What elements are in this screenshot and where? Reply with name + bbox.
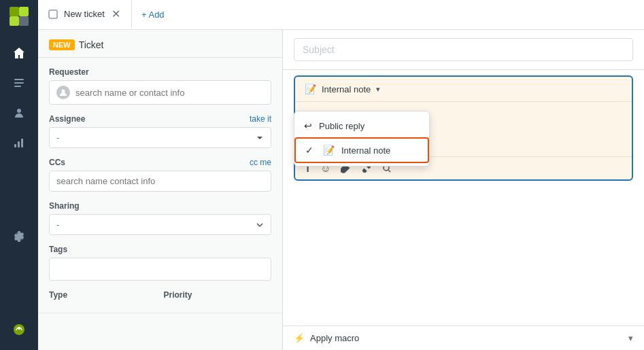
nav-tickets-icon[interactable] [5,69,33,97]
ticket-title-label: Ticket [79,39,104,50]
take-it-link[interactable]: take it [250,114,271,124]
sharing-row: Sharing - [49,201,271,235]
subject-input[interactable] [294,38,633,61]
main-area: New ticket ✕ + Add NEW Ticket Reque [38,0,644,350]
reply-icon: ↩ [304,120,312,131]
svg-rect-10 [21,139,23,147]
svg-point-7 [17,109,21,113]
macro-chevron-icon: ▾ [628,333,633,343]
nav-reports-icon[interactable] [5,129,33,156]
assignee-value: - [56,133,59,143]
cc-me-link[interactable]: cc me [250,158,271,167]
reply-mode-dropdown: ↩ Public reply ✓ 📝 Internal note [294,111,430,167]
sharing-select[interactable]: - [49,214,271,235]
svg-rect-4 [14,79,24,80]
requester-row: Requester [49,67,271,105]
chevron-down-icon: ▾ [376,85,380,94]
nav-agent-icon[interactable] [5,316,33,343]
sharing-label: Sharing [49,201,271,211]
close-tab-button[interactable]: ✕ [110,7,122,21]
new-badge: NEW [49,39,75,50]
ticket-header: NEW Ticket [38,30,282,58]
type-row: Type [49,290,157,303]
svg-rect-13 [49,10,57,18]
requester-input-container[interactable] [49,80,271,105]
apply-macro-label: Apply macro [310,333,359,343]
svg-rect-3 [19,16,29,26]
tags-input[interactable] [49,258,271,281]
left-panel: NEW Ticket Requester [38,30,283,350]
svg-rect-9 [18,141,20,147]
macro-lightning-icon: ⚡ [294,333,305,343]
public-reply-option[interactable]: ↩ Public reply [294,114,429,137]
ccs-search-input[interactable] [56,176,264,186]
requester-avatar [56,86,70,99]
sharing-value: - [56,220,59,230]
tab-label: New ticket [64,9,105,19]
ccs-input-container[interactable] [49,171,271,192]
apply-macro-button[interactable]: ⚡ Apply macro [294,333,359,343]
assignee-row: Assignee take it - [49,114,271,148]
form-section: Requester Assignee take it [38,58,282,313]
subject-bar [283,30,644,70]
priority-label: Priority [164,290,272,300]
tags-row: Tags [49,245,271,281]
right-panel: ↩ Public reply ✓ 📝 Internal note 📝 Inter… [283,30,644,350]
type-priority-row: Type Priority [49,290,271,303]
check-icon: ✓ [305,145,316,156]
nav-settings-icon[interactable] [5,223,33,250]
app-logo [8,5,30,27]
svg-rect-5 [14,82,24,84]
public-reply-label: Public reply [319,121,365,131]
svg-rect-6 [14,86,21,87]
ccs-row: CCs cc me [49,158,271,192]
assignee-select[interactable]: - [49,127,271,148]
svg-rect-8 [14,144,16,147]
internal-note-option[interactable]: ✓ 📝 Internal note [294,137,429,163]
type-label: Type [49,290,157,300]
requester-label: Requester [49,67,271,77]
priority-row: Priority [164,290,272,303]
tags-label: Tags [49,245,271,254]
svg-rect-1 [19,7,29,16]
content-area: NEW Ticket Requester [38,30,644,350]
editor-area: ↩ Public reply ✓ 📝 Internal note 📝 Inter… [283,70,644,326]
nav-contacts-icon[interactable] [5,99,33,126]
add-tab-label: + Add [141,10,165,20]
internal-note-label: Internal note [341,145,390,156]
macro-bar: ⚡ Apply macro ▾ [283,326,644,350]
requester-search-input[interactable] [75,88,264,98]
svg-point-14 [62,90,65,93]
nav-home-icon[interactable] [5,39,33,67]
svg-rect-2 [10,16,19,26]
reply-mode-label: Internal note [322,84,371,94]
top-bar: New ticket ✕ + Add [38,0,644,30]
svg-rect-0 [10,7,19,16]
assignee-label: Assignee take it [49,114,271,124]
add-tab-button[interactable]: + Add [132,0,174,29]
reply-mode-header[interactable]: 📝 Internal note ▾ [295,77,632,102]
tab-new-ticket[interactable]: New ticket ✕ [38,0,132,29]
reply-note-icon: 📝 [305,84,316,94]
note-icon: 📝 [323,145,335,156]
sidebar-nav [0,0,38,350]
ccs-label: CCs cc me [49,158,271,167]
svg-point-12 [18,327,20,330]
